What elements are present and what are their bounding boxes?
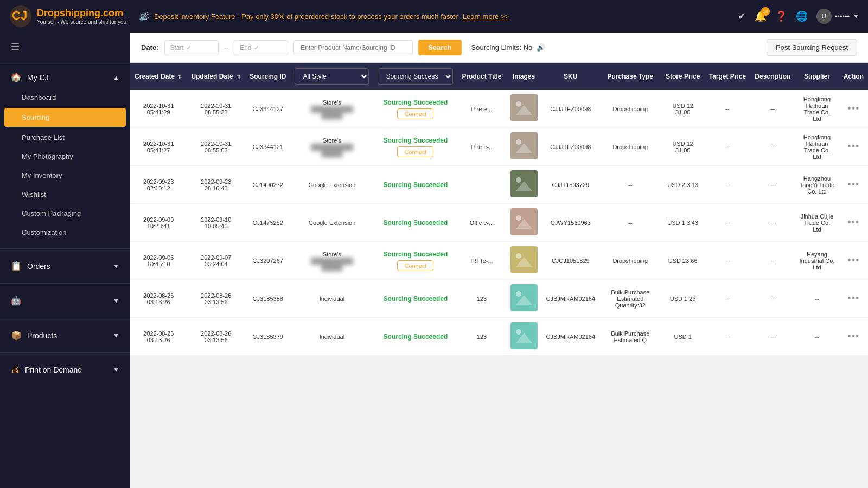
cell-store-price: USD 1 23	[661, 280, 705, 318]
cell-action[interactable]: •••	[839, 318, 868, 356]
cell-sku: CJBJMRAM02164	[542, 318, 599, 356]
cell-created-date: 2022-09-09 10:28:41	[130, 204, 187, 242]
svg-point-8	[516, 139, 521, 145]
col-sourcing-id: Sourcing ID	[245, 63, 290, 90]
cell-purchase-type: Dropshipping	[599, 90, 661, 128]
cell-image	[506, 280, 542, 318]
sidebar-item-label: Sourcing	[22, 113, 49, 121]
bot-group[interactable]: 🤖 ▼	[0, 290, 130, 311]
help-icon[interactable]: ❓	[775, 10, 787, 22]
user-area[interactable]: U •••••• ▼	[816, 9, 859, 24]
check-icon[interactable]: ✔	[738, 10, 746, 22]
action-menu-icon[interactable]: •••	[847, 293, 859, 304]
col-description: Description	[750, 63, 795, 90]
cell-sourcing-id: CJ1490272	[245, 166, 290, 204]
cell-description: --	[750, 318, 795, 356]
sidebar-toggle-icon[interactable]: ☰	[11, 41, 20, 53]
my-cj-section: 🏠 My CJ ▲ Dashboard Sourcing Purchase Li…	[0, 62, 130, 246]
cell-supplier: Heyang Industrial Co. Ltd	[795, 242, 839, 280]
connect-button[interactable]: Connect	[397, 260, 433, 271]
globe-icon[interactable]: 🌐	[796, 10, 808, 22]
cell-image	[506, 166, 542, 204]
sidebar-item-customization[interactable]: Customization	[0, 223, 130, 242]
col-action: Action	[839, 63, 868, 90]
col-images: Images	[506, 63, 542, 90]
cell-action[interactable]: •••	[839, 166, 868, 204]
products-label: Products	[27, 331, 57, 340]
orders-section: 📋 Orders ▼	[0, 251, 130, 281]
action-menu-icon[interactable]: •••	[847, 103, 859, 114]
action-menu-icon[interactable]: •••	[847, 179, 859, 190]
status-badge: Sourcing Succeeded	[384, 333, 448, 341]
pod-label: Print on Demand	[25, 365, 82, 374]
username: ••••••	[835, 12, 850, 21]
speaker-icon: 🔊	[139, 11, 150, 22]
cell-sku: CJBJMRAM02164	[542, 280, 599, 318]
table-row: 2022-09-23 02:10:12 2022-09-23 08:16:43 …	[130, 166, 868, 204]
cell-created-date: 2022-09-06 10:45:10	[130, 242, 187, 280]
connect-button[interactable]: Connect	[397, 108, 433, 119]
products-group[interactable]: 📦 Products ▼	[0, 325, 130, 346]
bell-icon[interactable]: 🔔 14	[755, 10, 767, 22]
sidebar-item-dashboard[interactable]: Dashboard	[0, 88, 130, 107]
chevron-down-icon: ▼	[113, 297, 119, 305]
cell-supplier: Hongkong Haihuan Trade Co. Ltd	[795, 128, 839, 166]
table-row: 2022-09-06 10:45:10 2022-09-07 03:24:04 …	[130, 242, 868, 280]
pod-group[interactable]: 🖨 Print on Demand ▼	[0, 359, 130, 380]
action-menu-icon[interactable]: •••	[847, 255, 859, 266]
end-date-input[interactable]: End ✓	[234, 40, 288, 55]
action-menu-icon[interactable]: •••	[847, 331, 859, 342]
bot-icon: 🤖	[11, 296, 22, 306]
cell-status: Sourcing Succeeded	[373, 318, 457, 356]
chevron-down-icon: ▼	[113, 366, 119, 374]
action-menu-icon[interactable]: •••	[847, 141, 859, 152]
sidebar-header: ☰	[0, 33, 130, 62]
sort-icon[interactable]: ⇅	[178, 74, 182, 80]
product-search-input[interactable]	[293, 40, 413, 55]
topbar: CJ Dropshipping.com You sell - We source…	[0, 0, 868, 33]
cell-supplier: --	[795, 280, 839, 318]
cell-sku: CJJJTFZ00098	[542, 90, 599, 128]
end-date-placeholder: End	[240, 44, 251, 52]
banner-link[interactable]: Learn more >>	[463, 12, 509, 21]
connect-button[interactable]: Connect	[397, 146, 433, 157]
cell-supplier: Hongkong Haihuan Trade Co. Ltd	[795, 90, 839, 128]
sidebar-item-custom-packaging[interactable]: Custom Packaging	[0, 204, 130, 223]
cell-updated-date: 2022-10-31 08:55:33	[187, 90, 245, 128]
cell-sourcing-id: CJ3344121	[245, 128, 290, 166]
cell-sku: CJJJTFZ00098	[542, 128, 599, 166]
status-filter-select[interactable]: Sourcing Success Sourcing Failed Pending…	[378, 68, 453, 85]
sidebar-divider-4	[0, 352, 130, 353]
search-button[interactable]: Search	[418, 40, 461, 55]
post-sourcing-button[interactable]: Post Sourcing Request	[767, 39, 857, 56]
cell-created-date: 2022-09-23 02:10:12	[130, 166, 187, 204]
cell-product-title	[457, 166, 506, 204]
sidebar-item-my-inventory[interactable]: My Inventory	[0, 166, 130, 185]
sidebar-item-purchase-list[interactable]: Purchase List	[0, 128, 130, 147]
cell-product-title: IRI Te-...	[457, 242, 506, 280]
col-all-style[interactable]: All Style Store's Google Extension Indiv…	[290, 63, 373, 90]
cell-action[interactable]: •••	[839, 90, 868, 128]
table-row: 2022-10-31 05:41:27 2022-10-31 08:55:03 …	[130, 128, 868, 166]
cell-action[interactable]: •••	[839, 128, 868, 166]
sidebar-item-sourcing[interactable]: Sourcing	[4, 108, 126, 127]
logo-icon: CJ	[9, 4, 33, 28]
cell-action[interactable]: •••	[839, 204, 868, 242]
cell-created-date: 2022-08-26 03:13:26	[130, 318, 187, 356]
my-cj-group[interactable]: 🏠 My CJ ▲	[0, 67, 130, 88]
status-badge: Sourcing Succeeded	[384, 181, 448, 189]
cell-updated-date: 2022-10-31 08:55:03	[187, 128, 245, 166]
cell-action[interactable]: •••	[839, 280, 868, 318]
sort-icon-2[interactable]: ⇅	[237, 74, 241, 80]
start-date-input[interactable]: Start ✓	[164, 40, 219, 55]
action-menu-icon[interactable]: •••	[847, 217, 859, 228]
orders-group[interactable]: 📋 Orders ▼	[0, 255, 130, 277]
sidebar-item-my-photography[interactable]: My Photography	[0, 147, 130, 166]
col-sourcing-status[interactable]: Sourcing Success Sourcing Failed Pending…	[373, 63, 457, 90]
orders-label: Orders	[27, 262, 50, 271]
cell-action[interactable]: •••	[839, 242, 868, 280]
sidebar-item-wishlist[interactable]: Wishlist	[0, 185, 130, 204]
cell-source-type: Individual	[290, 318, 373, 356]
style-filter-select[interactable]: All Style Store's Google Extension Indiv…	[295, 68, 369, 85]
cell-source-type: Google Extension	[290, 166, 373, 204]
